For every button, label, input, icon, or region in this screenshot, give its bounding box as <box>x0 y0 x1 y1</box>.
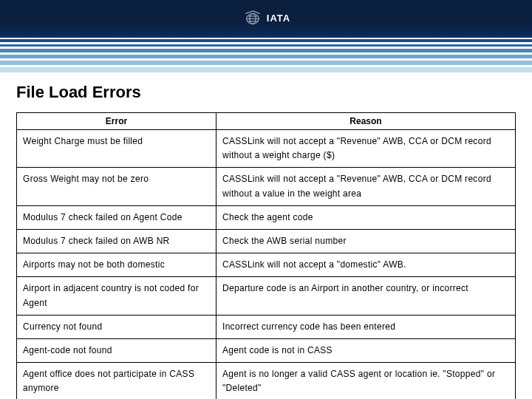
page-title: File Load Errors <box>16 83 516 102</box>
table-row: Currency not found Incorrect currency co… <box>17 315 516 338</box>
logo-text: IATA <box>265 13 290 24</box>
cell-error: Gross Weight may not be zero <box>17 168 216 205</box>
table-row: Modulus 7 check failed on Agent Code Che… <box>17 205 516 229</box>
table-row: Weight Charge must be filled CASSLink wi… <box>17 130 516 168</box>
iata-logo: IATA <box>242 7 290 29</box>
table-row: Airports may not be both domestic CASSLi… <box>17 253 516 277</box>
cell-reason: Agent code is not in CASS <box>216 338 516 362</box>
table-row: Agent-code not found Agent code is not i… <box>17 338 516 362</box>
cell-error: Airports may not be both domestic <box>17 253 216 277</box>
table-row: Modulus 7 check failed on AWB NR Check t… <box>17 229 516 253</box>
content-area: File Load Errors Error Reason Weight Cha… <box>0 72 532 399</box>
cell-error: Modulus 7 check failed on Agent Code <box>17 205 216 229</box>
cell-reason: Incorrect currency code has been entered <box>216 315 516 338</box>
cell-reason: Departure code is an Airport in another … <box>216 277 516 315</box>
cell-reason: Check the agent code <box>216 205 516 229</box>
cell-error: Agent-code not found <box>17 338 216 362</box>
table-row: Gross Weight may not be zero CASSLink wi… <box>17 168 516 205</box>
cell-error: Currency not found <box>17 315 216 338</box>
cell-reason: CASSLink will not accept a "domestic" AW… <box>216 253 516 277</box>
cell-error: Airport in adjacent country is not coded… <box>17 277 216 315</box>
table-row: Airport in adjacent country is not coded… <box>17 277 516 315</box>
col-header-reason: Reason <box>216 113 516 130</box>
errors-table: Error Reason Weight Charge must be fille… <box>16 112 516 399</box>
table-header-row: Error Reason <box>17 113 516 130</box>
col-header-error: Error <box>17 113 216 130</box>
header-top: IATA <box>0 0 532 35</box>
cell-error: Agent office does not participate in CAS… <box>17 363 216 399</box>
cell-reason: CASSLink will not accept a "Revenue" AWB… <box>216 168 516 205</box>
globe-icon <box>242 7 264 29</box>
cell-reason: Agent is no longer a valid CASS agent or… <box>216 363 516 399</box>
cell-error: Modulus 7 check failed on AWB NR <box>17 229 216 253</box>
table-row: Agent office does not participate in CAS… <box>17 363 516 399</box>
cell-error: Weight Charge must be filled <box>17 130 216 168</box>
header-stripes <box>0 35 532 72</box>
header-band: IATA <box>0 0 532 72</box>
cell-reason: CASSLink will not accept a "Revenue" AWB… <box>216 130 516 168</box>
cell-reason: Check the AWB serial number <box>216 229 516 253</box>
